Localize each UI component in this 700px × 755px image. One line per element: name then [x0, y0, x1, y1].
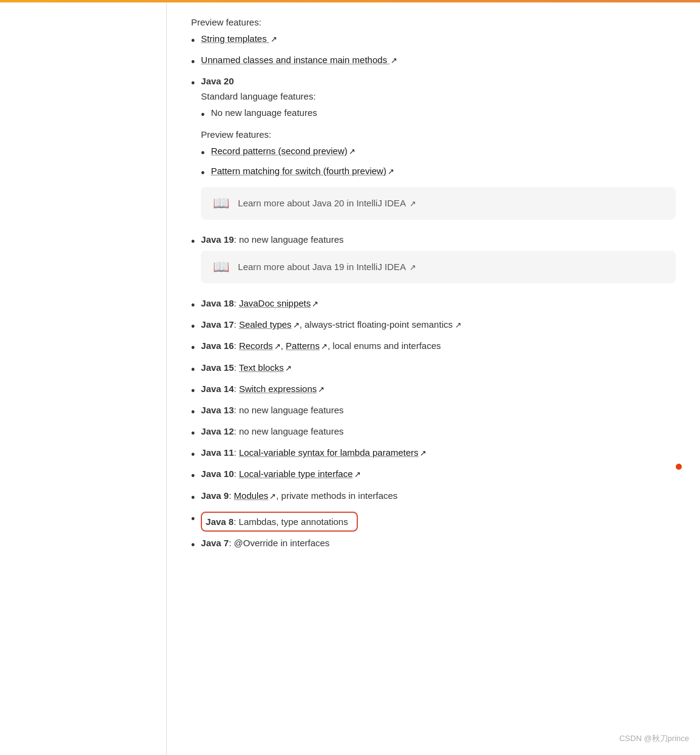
records-link[interactable]: Records ↗: [239, 340, 281, 351]
java15-item: • Java 15: Text blocks ↗: [191, 362, 676, 378]
local-var-type-link[interactable]: Local-variable type interface ↗: [239, 469, 361, 479]
java10-section: • Java 10: Local-variable type interface…: [191, 469, 676, 484]
java20-item: • Java 20 Standard language features: • …: [191, 76, 676, 228]
java12-item: • Java 12: no new language features: [191, 426, 676, 441]
arrow-icon: ↗: [391, 56, 397, 65]
java7-section: • Java 7: @Override in interfaces: [191, 538, 676, 553]
bullet: •: [191, 234, 195, 249]
java11-item: • Java 11: Local-variable syntax for lam…: [191, 447, 676, 462]
java20-learn-more-text: Learn more about Java 20 in IntelliJ IDE…: [238, 198, 416, 208]
bullet: •: [191, 76, 195, 91]
sealed-types-link[interactable]: Sealed types ↗: [239, 319, 300, 330]
java18-item: • Java 18: JavaDoc snippets ↗: [191, 298, 676, 313]
bullet: •: [201, 166, 204, 181]
java14-label: Java 14: [201, 384, 234, 394]
list-item: • No new language features: [201, 107, 676, 123]
bullet: •: [191, 340, 195, 356]
java20-label: Java 20: [201, 76, 234, 86]
bullet: •: [191, 490, 195, 506]
unnamed-classes-link[interactable]: Unnamed classes and instance main method…: [201, 55, 397, 65]
arrow-icon: ↗: [354, 470, 361, 479]
bullet: •: [191, 426, 195, 441]
java8-section: • Java 8: Lambdas, type annotations: [191, 512, 676, 532]
orange-dot: [676, 464, 682, 470]
java10-item: • Java 10: Local-variable type interface…: [191, 469, 676, 484]
java13-section: • Java 13: no new language features: [191, 405, 676, 420]
bullet: •: [191, 447, 195, 462]
bullet: •: [191, 33, 195, 49]
preview-items-top: • String templates ↗ • Unnamed classes a…: [191, 33, 676, 70]
java11-label: Java 11: [201, 447, 234, 458]
java7-label: Java 7: [201, 538, 229, 548]
bullet: •: [191, 362, 195, 378]
arrow-icon: ↗: [269, 492, 276, 501]
java20-standard-list: • No new language features: [201, 107, 676, 123]
lambda-syntax-link[interactable]: Local-variable syntax for lambda paramet…: [239, 447, 426, 458]
java19-item: • Java 19: no new language features 📖 Le…: [191, 234, 676, 292]
book-icon: 📖: [213, 259, 229, 275]
arrow-icon: ↗: [455, 320, 462, 330]
record-patterns-link[interactable]: Record patterns (second preview) ↗: [211, 146, 355, 156]
list-item: • Record patterns (second preview) ↗: [201, 146, 676, 161]
arrow-icon: ↗: [318, 385, 325, 394]
arrow-icon: ↗: [349, 147, 355, 156]
java17-item: • Java 17: Sealed types ↗, always-strict…: [191, 319, 676, 334]
string-templates-link[interactable]: String templates ↗: [201, 33, 277, 44]
java9-label: Java 9: [201, 490, 229, 501]
java20-section: • Java 20 Standard language features: • …: [191, 76, 676, 228]
java16-section: • Java 16: Records ↗, Patterns ↗, local …: [191, 340, 676, 356]
java11-section: • Java 11: Local-variable syntax for lam…: [191, 447, 676, 462]
modules-link[interactable]: Modules ↗: [234, 490, 277, 501]
bullet: •: [191, 319, 195, 334]
java8-item: • Java 8: Lambdas, type annotations: [191, 512, 676, 532]
java20-preview-label: Preview features:: [201, 129, 676, 140]
layout: Preview features: • String templates ↗ •…: [0, 2, 700, 755]
java19-label: Java 19: [201, 234, 234, 245]
java20-learn-more-box[interactable]: 📖 Learn more about Java 20 in IntelliJ I…: [201, 187, 676, 220]
java19-learn-more-box[interactable]: 📖 Learn more about Java 19 in IntelliJ I…: [201, 251, 676, 283]
arrow-icon: ↗: [271, 35, 277, 44]
bullet: •: [191, 384, 195, 399]
java12-section: • Java 12: no new language features: [191, 426, 676, 441]
java15-section: • Java 15: Text blocks ↗: [191, 362, 676, 378]
patterns-link[interactable]: Patterns ↗: [286, 340, 328, 351]
java17-section: • Java 17: Sealed types ↗, always-strict…: [191, 319, 676, 334]
pattern-matching-link[interactable]: Pattern matching for switch (fourth prev…: [211, 166, 394, 176]
java19-learn-more-text: Learn more about Java 19 in IntelliJ IDE…: [238, 262, 416, 272]
arrow-icon: ↗: [409, 263, 416, 272]
arrow-icon: ↗: [274, 342, 281, 351]
java9-section: • Java 9: Modules ↗, private methods in …: [191, 490, 676, 506]
java14-section: • Java 14: Switch expressions ↗: [191, 384, 676, 399]
list-item: • Unnamed classes and instance main meth…: [191, 55, 676, 70]
java14-item: • Java 14: Switch expressions ↗: [191, 384, 676, 399]
java16-label: Java 16: [201, 340, 234, 351]
switch-expressions-link[interactable]: Switch expressions ↗: [239, 384, 325, 394]
text-blocks-link[interactable]: Text blocks ↗: [239, 362, 292, 373]
java18-section: • Java 18: JavaDoc snippets ↗: [191, 298, 676, 313]
java7-item: • Java 7: @Override in interfaces: [191, 538, 676, 553]
arrow-icon: ↗: [293, 320, 300, 330]
java9-item: • Java 9: Modules ↗, private methods in …: [191, 490, 676, 506]
arrow-icon: ↗: [420, 449, 426, 458]
arrow-icon: ↗: [312, 299, 318, 308]
arrow-icon: ↗: [409, 199, 416, 208]
java19-section: • Java 19: no new language features 📖 Le…: [191, 234, 676, 292]
java8-label: Java 8: [206, 516, 234, 527]
bullet: •: [191, 512, 195, 527]
java16-item: • Java 16: Records ↗, Patterns ↗, local …: [191, 340, 676, 356]
java8-highlight-box: Java 8: Lambdas, type annotations: [201, 512, 357, 532]
arrow-icon: ↗: [388, 167, 394, 176]
java20-preview-list: • Record patterns (second preview) ↗ • P…: [201, 146, 676, 181]
sidebar: [0, 2, 167, 755]
java17-label: Java 17: [201, 319, 234, 330]
preview-features-label: Preview features:: [191, 17, 676, 27]
watermark: CSDN @秋刀prince: [619, 733, 689, 744]
java15-label: Java 15: [201, 362, 234, 373]
main-content: Preview features: • String templates ↗ •…: [167, 2, 700, 755]
java13-label: Java 13: [201, 405, 234, 415]
javadoc-link[interactable]: JavaDoc snippets ↗: [239, 298, 318, 308]
java13-item: • Java 13: no new language features: [191, 405, 676, 420]
bullet: •: [201, 107, 204, 123]
bullet: •: [191, 469, 195, 484]
list-item: • String templates ↗: [191, 33, 676, 49]
